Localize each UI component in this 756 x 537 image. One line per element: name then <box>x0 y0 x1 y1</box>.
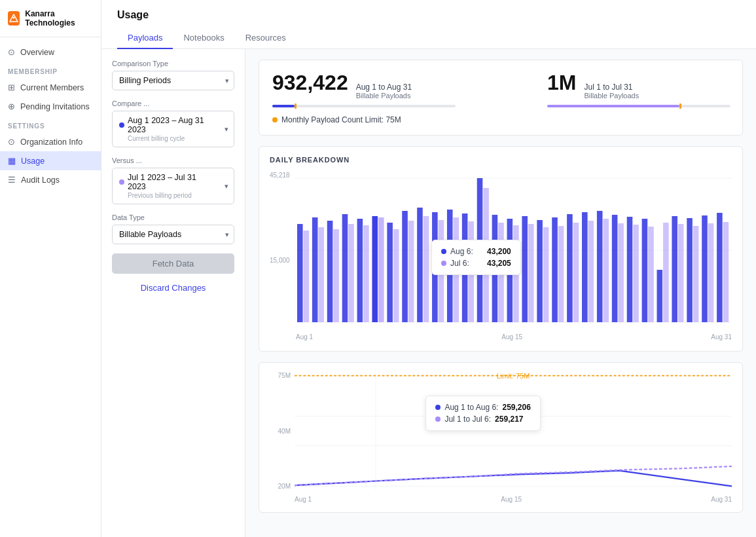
svg-rect-37 <box>537 220 543 322</box>
svg-rect-53 <box>657 270 663 322</box>
svg-rect-44 <box>588 221 594 322</box>
usage-icon: ▦ <box>8 156 16 166</box>
cum-x-aug15: Aug 15 <box>501 496 522 503</box>
data-type-label: Data Type <box>112 213 234 221</box>
main-header: Usage Payloads Notebooks Resources <box>101 0 756 49</box>
tab-resources[interactable]: Resources <box>235 28 297 49</box>
svg-rect-11 <box>342 214 348 322</box>
comparison-type-select[interactable]: Billing Periods <box>112 71 234 90</box>
sidebar-logo-text: Kanarra Technologies <box>25 9 93 28</box>
previous-progress-bar-fill <box>547 105 679 107</box>
sidebar-item-pending-invitations-label: Pending Invitations <box>20 102 90 111</box>
tab-notebooks[interactable]: Notebooks <box>173 28 234 49</box>
svg-rect-8 <box>318 227 324 322</box>
svg-rect-46 <box>603 219 609 322</box>
discard-changes-button[interactable]: Discard Changes <box>112 283 234 293</box>
svg-rect-48 <box>618 223 624 322</box>
sidebar-item-audit-logs[interactable]: ☰ Audit Logs <box>0 170 101 189</box>
data-type-field: Data Type Billable Payloads ▾ <box>112 213 234 244</box>
daily-chart-section: DAILY BREAKDOWN 45,218 15,000 <box>259 146 743 352</box>
svg-rect-60 <box>708 223 714 322</box>
content-area: Comparison Type Billing Periods ▾ Compar… <box>101 49 756 537</box>
svg-rect-23 <box>432 212 438 322</box>
svg-rect-42 <box>573 223 579 322</box>
current-period-label: Billable Payloads <box>356 92 412 100</box>
svg-rect-35 <box>522 216 528 322</box>
svg-rect-24 <box>439 220 444 322</box>
data-type-select[interactable]: Billable Payloads <box>112 225 234 244</box>
sidebar-item-organization-info[interactable]: ⊙ Organization Info <box>0 132 101 151</box>
svg-rect-25 <box>447 210 453 322</box>
svg-rect-61 <box>717 213 723 322</box>
versus-period-text: Jul 1 2023 – Jul 31 2023 <box>128 173 215 191</box>
sidebar-item-current-members[interactable]: ⊞ Current Members <box>0 78 101 97</box>
svg-rect-54 <box>663 223 669 322</box>
cum-chart-svg <box>295 372 732 490</box>
x-label-aug31: Aug 31 <box>711 333 732 341</box>
page-title: Usage <box>117 9 740 21</box>
svg-rect-29 <box>477 178 483 322</box>
tab-bar: Payloads Notebooks Resources <box>117 28 740 48</box>
cum-y-40m: 40M <box>278 428 291 435</box>
svg-rect-27 <box>462 213 468 322</box>
compare-label: Compare ... <box>112 100 234 107</box>
cum-limit-label: Limit: 75M <box>497 372 530 380</box>
svg-rect-12 <box>348 224 354 322</box>
previous-progress-marker <box>679 103 681 109</box>
previous-period-text: Jul 1 to Jul 31 <box>584 83 639 92</box>
daily-chart-title: DAILY BREAKDOWN <box>270 156 732 164</box>
svg-rect-9 <box>327 221 333 322</box>
svg-rect-17 <box>387 223 393 322</box>
sidebar-item-usage[interactable]: ▦ Usage <box>0 151 101 170</box>
compare-period-text: Aug 1 2023 – Aug 31 2023 <box>128 116 215 134</box>
x-label-aug1: Aug 1 <box>296 333 313 341</box>
sidebar-item-overview-label: Overview <box>20 48 54 57</box>
svg-rect-21 <box>417 208 423 322</box>
tab-payloads[interactable]: Payloads <box>117 28 173 49</box>
cum-x-aug31: Aug 31 <box>711 496 732 503</box>
svg-rect-7 <box>312 217 318 322</box>
comparison-type-select-wrapper: Billing Periods ▾ <box>112 71 234 90</box>
svg-rect-43 <box>582 212 588 322</box>
svg-rect-52 <box>648 227 654 322</box>
svg-rect-36 <box>528 224 534 322</box>
svg-rect-19 <box>402 211 408 322</box>
membership-section-label: MEMBERSHIP <box>0 62 101 78</box>
compare-sub-text: Current billing cycle <box>119 135 185 142</box>
versus-dropdown[interactable]: Jul 1 2023 – Jul 31 2023 Previous billin… <box>112 168 234 204</box>
current-progress-bar-fill <box>272 105 295 107</box>
fetch-data-button[interactable]: Fetch Data <box>112 253 234 274</box>
svg-rect-62 <box>723 222 729 322</box>
sidebar-item-organization-info-label: Organization Info <box>20 138 82 147</box>
previous-big-number: 1M <box>547 71 576 95</box>
summary-card: 932,422 Aug 1 to Aug 31 Billable Payload… <box>259 60 743 136</box>
cumulative-chart-area: 75M 40M 20M <box>270 372 732 503</box>
svg-rect-45 <box>597 211 603 322</box>
svg-rect-10 <box>333 229 339 322</box>
org-icon: ⊙ <box>8 137 15 147</box>
current-period-summary: 932,422 Aug 1 to Aug 31 Billable Payload… <box>272 71 456 107</box>
previous-progress-bar-container <box>547 105 730 107</box>
sidebar-item-pending-invitations[interactable]: ⊕ Pending Invitations <box>0 97 101 116</box>
invitations-icon: ⊕ <box>8 102 15 111</box>
cum-chart-inner: Limit: 75M Aug 1 to Aug 6: 259,206 Jul 1… <box>295 372 732 490</box>
sidebar-navigation: ⊙ Overview MEMBERSHIP ⊞ Current Members … <box>0 37 101 194</box>
svg-rect-30 <box>483 188 489 322</box>
compare-dropdown[interactable]: Aug 1 2023 – Aug 31 2023 Current billing… <box>112 111 234 147</box>
sidebar-item-usage-label: Usage <box>21 157 45 166</box>
comparison-type-field: Comparison Type Billing Periods ▾ <box>112 60 234 90</box>
limit-row: Monthly Payload Count Limit: 75M <box>272 115 729 124</box>
sidebar: Kanarra Technologies ⊙ Overview MEMBERSH… <box>0 0 101 537</box>
svg-rect-39 <box>552 217 558 322</box>
sidebar-item-overview[interactable]: ⊙ Overview <box>0 43 101 62</box>
cum-x-aug1: Aug 1 <box>295 496 312 503</box>
limit-label-text: Monthly Payload Count Limit: 75M <box>281 115 401 124</box>
svg-rect-31 <box>492 215 498 322</box>
svg-rect-40 <box>558 226 564 322</box>
svg-rect-5 <box>297 224 303 322</box>
svg-rect-57 <box>687 218 693 322</box>
current-progress-marker <box>295 103 297 109</box>
comparison-type-label: Comparison Type <box>112 60 234 67</box>
svg-rect-41 <box>567 214 573 322</box>
versus-field: Versus ... Jul 1 2023 – Jul 31 2023 Prev… <box>112 157 234 204</box>
